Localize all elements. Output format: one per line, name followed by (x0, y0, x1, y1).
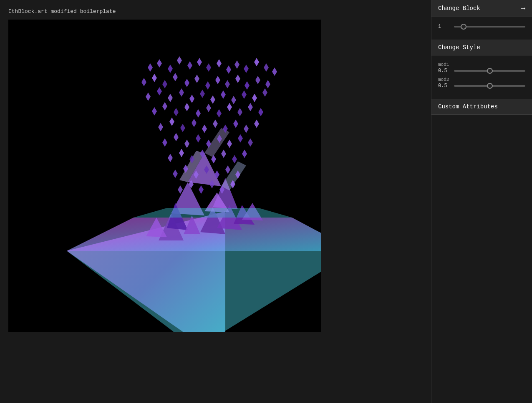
mod2-slider-row: 0.5 (438, 83, 525, 89)
mod2-section: mod2 0.5 (438, 77, 525, 89)
sidebar: Change Block → 1 Change Style mod1 0.5 m… (431, 0, 532, 403)
block-value-label: 1 (438, 24, 451, 30)
mod2-label: mod2 (438, 77, 525, 82)
change-block-section-header: Change Block → (431, 0, 532, 17)
custom-attributes-section-header: Custom Attributes (431, 99, 532, 115)
block-slider-section: 1 (431, 17, 532, 40)
block-slider[interactable] (454, 26, 525, 28)
page-subtitle: EthBlock.art modified boilerplate (8, 8, 423, 15)
mod1-value: 0.5 (438, 68, 451, 74)
main-content: EthBlock.art modified boilerplate (0, 0, 431, 403)
mod1-section: mod1 0.5 (438, 62, 525, 74)
custom-attributes-label: Custom Attributes (438, 103, 498, 110)
style-sliders-section: mod1 0.5 mod2 0.5 (431, 55, 532, 99)
art-canvas-container (8, 20, 321, 332)
change-style-section-header: Change Style (431, 40, 532, 55)
mod2-value: 0.5 (438, 83, 451, 89)
arrow-right-icon: → (521, 4, 525, 13)
mod1-label: mod1 (438, 62, 525, 67)
mod1-slider-row: 0.5 (438, 68, 525, 74)
change-style-label: Change Style (438, 44, 480, 51)
mod2-slider[interactable] (454, 85, 525, 87)
block-slider-row: 1 (438, 24, 525, 30)
change-block-label: Change Block (438, 5, 480, 12)
art-svg (8, 20, 321, 332)
mod1-slider[interactable] (454, 70, 525, 72)
